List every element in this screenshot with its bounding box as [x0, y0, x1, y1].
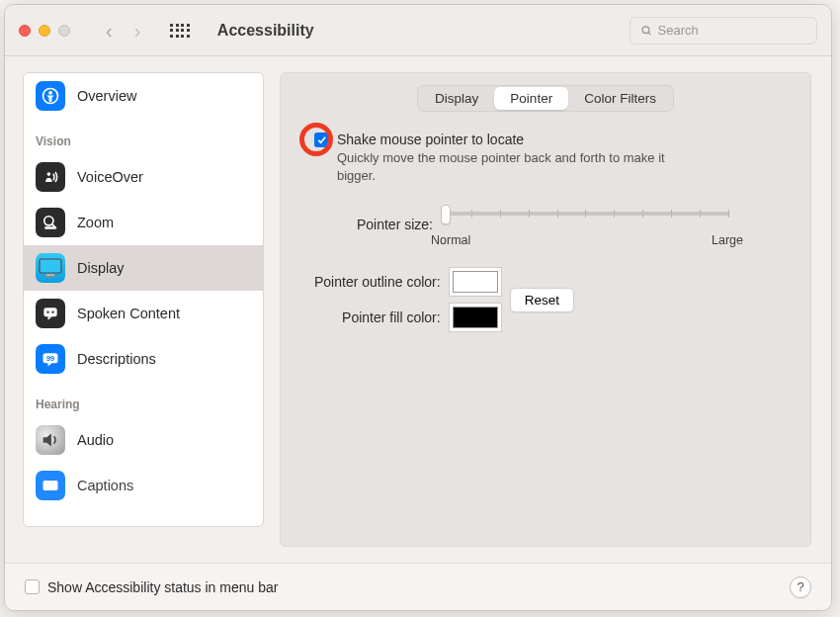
svg-text:99: 99 — [46, 354, 54, 363]
sidebar-item-label: Spoken Content — [77, 306, 180, 321]
zoom-icon — [36, 208, 65, 237]
sidebar-item-captions[interactable]: Captions — [24, 463, 263, 508]
zoom-window-button[interactable] — [58, 25, 70, 37]
search-input[interactable] — [658, 23, 806, 38]
svg-point-14 — [51, 311, 53, 313]
captions-icon — [36, 471, 65, 500]
reset-button[interactable]: Reset — [510, 288, 574, 312]
forward-button[interactable]: › — [134, 21, 141, 41]
fill-color-label: Pointer fill color: — [314, 309, 441, 325]
pointer-size-label: Pointer size: — [308, 217, 433, 232]
body: Overview Vision VoiceOver Zoom — [5, 56, 831, 563]
svg-line-1 — [648, 32, 651, 35]
display-icon — [36, 253, 65, 283]
sidebar-item-spoken-content[interactable]: Spoken Content — [24, 291, 263, 336]
shake-to-locate-checkbox[interactable] — [314, 132, 329, 147]
system-preferences-window: ‹ › Accessibility Overview Vision — [4, 4, 832, 611]
help-button[interactable]: ? — [790, 576, 811, 598]
sidebar-item-descriptions[interactable]: 99 Descriptions — [24, 336, 263, 382]
svg-point-3 — [48, 91, 52, 95]
tab-color-filters[interactable]: Color Filters — [568, 87, 672, 110]
svg-rect-7 — [44, 226, 56, 229]
sidebar-item-label: Zoom — [77, 215, 114, 230]
sidebar-item-voiceover[interactable]: VoiceOver — [24, 154, 263, 200]
sidebar-item-label: Overview — [77, 88, 136, 104]
sidebar-item-zoom[interactable]: Zoom — [24, 200, 263, 245]
sidebar-item-display[interactable]: Display — [24, 245, 263, 291]
show-status-menubar-label: Show Accessibility status in menu bar — [47, 579, 278, 595]
sidebar-item-audio[interactable]: Audio — [24, 417, 263, 463]
close-window-button[interactable] — [19, 25, 31, 37]
svg-rect-11 — [44, 276, 56, 278]
sidebar-item-overview[interactable]: Overview — [24, 73, 263, 119]
back-button[interactable]: ‹ — [106, 21, 113, 41]
show-status-menubar-checkbox[interactable] — [25, 579, 40, 594]
slider-knob[interactable] — [441, 205, 451, 224]
svg-rect-17 — [43, 481, 58, 490]
pointer-size-slider[interactable] — [443, 202, 729, 231]
show-all-icon[interactable] — [170, 24, 190, 38]
svg-point-5 — [44, 217, 53, 225]
section-header-vision: Vision — [24, 119, 263, 154]
minimize-window-button[interactable] — [39, 25, 50, 37]
svg-point-13 — [46, 311, 48, 313]
settings-panel: Display Pointer Color Filters — [280, 72, 811, 547]
svg-rect-10 — [46, 274, 54, 276]
fill-color-well[interactable] — [453, 307, 498, 328]
window-controls — [19, 25, 70, 37]
sidebar-item-label: Captions — [77, 478, 133, 493]
footer: Show Accessibility status in menu bar ? — [5, 563, 831, 610]
main-content: Display Pointer Color Filters — [264, 56, 831, 563]
pointer-tab-content: Shake mouse pointer to locate Quickly mo… — [302, 132, 789, 328]
svg-point-0 — [642, 26, 649, 33]
search-field-container[interactable] — [630, 17, 817, 44]
outline-color-well[interactable] — [453, 271, 498, 293]
svg-rect-8 — [40, 259, 61, 273]
tab-display[interactable]: Display — [419, 87, 494, 110]
sidebar-item-label: Display — [77, 260, 125, 276]
tab-pointer[interactable]: Pointer — [494, 87, 568, 110]
outline-color-label: Pointer outline color: — [314, 274, 441, 290]
tab-bar: Display Pointer Color Filters — [417, 85, 674, 112]
slider-min-label: Normal — [431, 233, 470, 247]
search-icon — [640, 24, 653, 38]
sidebar[interactable]: Overview Vision VoiceOver Zoom — [23, 72, 264, 527]
window-title: Accessibility — [217, 22, 314, 40]
nav-arrows: ‹ › — [106, 21, 140, 41]
svg-point-4 — [47, 172, 51, 176]
voiceover-icon — [36, 162, 65, 192]
toolbar: ‹ › Accessibility — [5, 5, 831, 56]
overview-icon — [36, 81, 65, 111]
svg-rect-12 — [43, 308, 56, 316]
spoken-content-icon — [36, 299, 65, 328]
section-header-hearing: Hearing — [24, 382, 263, 417]
slider-max-label: Large — [712, 233, 743, 247]
shake-to-locate-label: Shake mouse pointer to locate — [337, 132, 703, 147]
audio-icon — [36, 425, 65, 455]
sidebar-item-label: Audio — [77, 432, 114, 448]
descriptions-icon: 99 — [36, 344, 65, 374]
sidebar-item-label: VoiceOver — [77, 169, 143, 185]
sidebar-item-label: Descriptions — [77, 351, 156, 367]
shake-to-locate-description: Quickly move the mouse pointer back and … — [337, 149, 703, 184]
